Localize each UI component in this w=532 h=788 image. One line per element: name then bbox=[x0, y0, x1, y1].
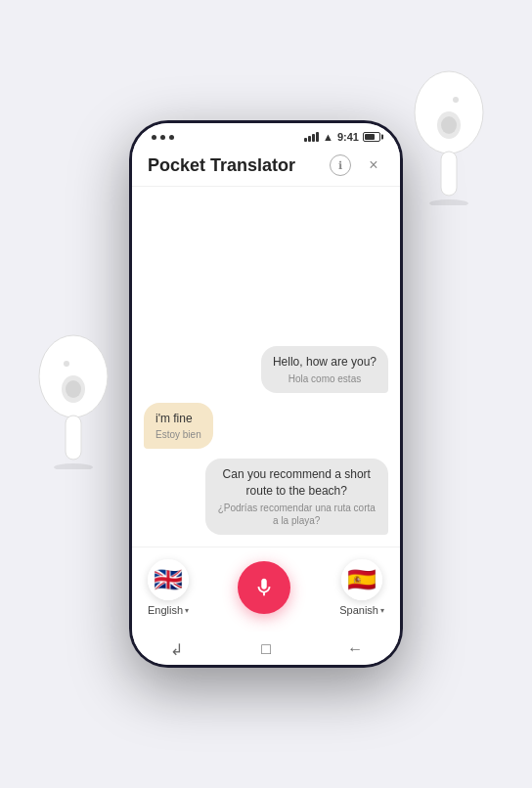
message-bubble-2: i'm fine Estoy bien bbox=[144, 403, 213, 450]
svg-point-12 bbox=[64, 361, 69, 367]
info-button[interactable]: ℹ bbox=[330, 154, 351, 176]
english-flag: 🇬🇧 bbox=[148, 559, 189, 600]
status-left bbox=[152, 135, 174, 140]
message-bubble-3: Can you recommend a short route to the b… bbox=[205, 459, 389, 535]
battery-icon bbox=[363, 132, 380, 142]
english-label: English ▾ bbox=[148, 604, 189, 616]
header-icons: ℹ × bbox=[330, 154, 384, 176]
signal-bars bbox=[304, 132, 319, 142]
airpod-left-decoration bbox=[20, 323, 137, 469]
app-header: Pocket Translator ℹ × bbox=[132, 147, 400, 187]
phone-shell: ▲ 9:41 Pocket Translator ℹ × Hello, how … bbox=[129, 120, 403, 668]
airpod-right-decoration bbox=[385, 59, 512, 205]
back-icon: ↲ bbox=[170, 640, 183, 659]
bottom-bar: 🇬🇧 English ▾ � bbox=[132, 547, 400, 632]
spanish-label-text: Spanish bbox=[339, 604, 378, 616]
status-right: ▲ 9:41 bbox=[304, 131, 380, 143]
message-bubble-1: Hello, how are you? Hola como estas bbox=[261, 346, 388, 393]
home-icon: □ bbox=[261, 640, 271, 658]
nav-recent-button[interactable]: ← bbox=[345, 639, 365, 659]
svg-point-6 bbox=[429, 199, 468, 205]
nav-home-button[interactable]: □ bbox=[256, 639, 276, 659]
app-title: Pocket Translator bbox=[148, 155, 295, 176]
spain-flag-emoji: 🇪🇸 bbox=[347, 566, 377, 593]
status-dot-2 bbox=[160, 135, 165, 140]
svg-rect-10 bbox=[66, 416, 81, 460]
mic-button[interactable] bbox=[238, 561, 290, 614]
message-translation-1: Hola como estas bbox=[273, 372, 377, 385]
english-language-button[interactable]: 🇬🇧 English ▾ bbox=[148, 559, 189, 616]
wifi-icon: ▲ bbox=[323, 131, 333, 143]
status-dot-1 bbox=[152, 135, 156, 140]
spanish-flag: 🇪🇸 bbox=[341, 559, 382, 600]
svg-point-4 bbox=[431, 86, 466, 109]
signal-bar-3 bbox=[312, 134, 315, 142]
svg-point-11 bbox=[56, 350, 91, 373]
status-bar: ▲ 9:41 bbox=[132, 123, 400, 147]
signal-bar-4 bbox=[316, 132, 319, 142]
svg-point-13 bbox=[54, 463, 93, 469]
message-text-3: Can you recommend a short route to the b… bbox=[217, 466, 377, 500]
spanish-label: Spanish ▾ bbox=[339, 604, 384, 616]
signal-bar-2 bbox=[308, 136, 311, 142]
svg-point-5 bbox=[453, 97, 459, 103]
chat-area: Hello, how are you? Hola como estas i'm … bbox=[132, 187, 400, 547]
time-display: 9:41 bbox=[337, 131, 359, 143]
svg-point-9 bbox=[66, 380, 81, 398]
spanish-chevron: ▾ bbox=[380, 606, 384, 615]
uk-flag-emoji: 🇬🇧 bbox=[154, 566, 183, 593]
svg-point-2 bbox=[441, 116, 457, 134]
nav-back-button[interactable]: ↲ bbox=[167, 639, 187, 659]
message-text-1: Hello, how are you? bbox=[273, 354, 377, 371]
battery-fill bbox=[365, 134, 375, 140]
spanish-language-button[interactable]: 🇪🇸 Spanish ▾ bbox=[339, 559, 384, 616]
svg-rect-3 bbox=[441, 152, 457, 196]
english-chevron: ▾ bbox=[185, 606, 189, 615]
language-row: 🇬🇧 English ▾ � bbox=[148, 559, 384, 616]
chat-spacer bbox=[144, 198, 388, 336]
message-text-2: i'm fine bbox=[155, 411, 201, 427]
phone-screen: ▲ 9:41 Pocket Translator ℹ × Hello, how … bbox=[132, 123, 400, 665]
status-dot-3 bbox=[169, 135, 174, 140]
recent-icon: ← bbox=[347, 640, 363, 658]
mic-icon bbox=[253, 577, 275, 598]
close-button[interactable]: × bbox=[363, 154, 384, 176]
signal-bar-1 bbox=[304, 138, 307, 142]
english-label-text: English bbox=[148, 604, 183, 616]
message-translation-2: Estoy bien bbox=[155, 428, 201, 441]
message-translation-3: ¿Podrías recomendar una ruta corta a la … bbox=[217, 502, 377, 527]
nav-bar: ↲ □ ← bbox=[132, 632, 400, 665]
